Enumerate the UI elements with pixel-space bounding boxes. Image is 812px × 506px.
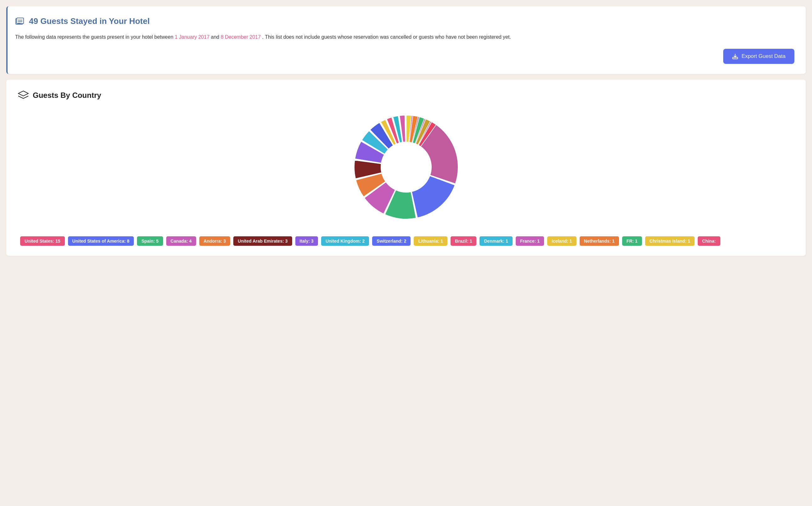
legend-tag: Brazil: 1	[451, 236, 476, 246]
section-title: Guests By Country	[33, 91, 101, 100]
legend-tag: United Kingdom: 2	[321, 236, 369, 246]
legend-tag: Lithuania: 1	[414, 236, 447, 246]
export-button[interactable]: Export Guest Data	[723, 49, 794, 64]
date-end: 8 December 2017	[221, 34, 261, 39]
header-card: 49 Guests Stayed in Your Hotel The follo…	[6, 6, 806, 74]
legend-tag: Andorra: 3	[199, 236, 230, 246]
date-start: 1 January 2017	[175, 34, 209, 39]
legend-tag: Iceland: 1	[547, 236, 577, 246]
svg-marker-7	[18, 91, 28, 96]
desc-suffix: . This list does not include guests whos…	[262, 34, 511, 39]
legend-tag: Netherlands: 1	[580, 236, 619, 246]
legend-tag: Switzerland: 2	[372, 236, 411, 246]
legend-tag: Canada: 4	[166, 236, 196, 246]
legend-tag: United States of America: 8	[68, 236, 134, 246]
export-btn-wrap: Export Guest Data	[15, 49, 794, 64]
desc-middle: and	[211, 34, 221, 39]
legend-tag: Denmark: 1	[479, 236, 512, 246]
legend-tag: Spain: 5	[137, 236, 163, 246]
legend-tag: FR: 1	[622, 236, 642, 246]
legend-tag: France: 1	[516, 236, 544, 246]
country-card: Guests By Country United States: 15Unite…	[6, 80, 806, 256]
donut-chart	[346, 107, 466, 227]
layers-icon	[18, 90, 29, 101]
legend-tag: Italy: 3	[295, 236, 318, 246]
legend-tag: China:	[698, 236, 720, 246]
desc-prefix: The following data represents the guests…	[15, 34, 175, 39]
section-title-row: Guests By Country	[18, 90, 794, 101]
legend-tag: United Arab Emirates: 3	[233, 236, 292, 246]
svg-rect-1	[17, 18, 24, 24]
donut-chart-wrap	[18, 107, 794, 227]
card-header: 49 Guests Stayed in Your Hotel	[15, 16, 794, 28]
card-description: The following data represents the guests…	[15, 33, 794, 41]
legend-tag: Christmas Island: 1	[645, 236, 694, 246]
legend-tag: United States: 15	[20, 236, 65, 246]
document-icon	[15, 17, 25, 28]
page-title: 49 Guests Stayed in Your Hotel	[29, 16, 150, 26]
legend-wrap: United States: 15United States of Americ…	[18, 236, 794, 246]
export-icon	[732, 53, 738, 60]
export-label: Export Guest Data	[741, 53, 786, 60]
